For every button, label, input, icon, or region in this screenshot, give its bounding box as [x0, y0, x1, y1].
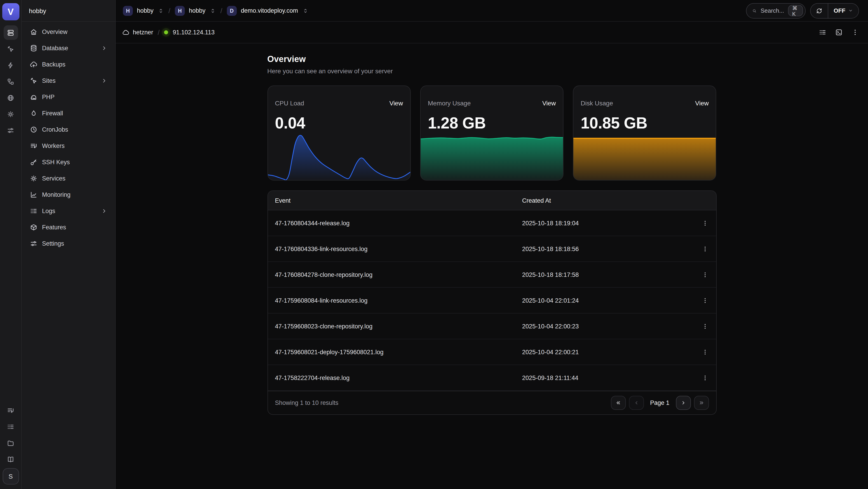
search-shortcut-badge: ⌘ K [788, 5, 803, 16]
row-actions-button[interactable] [698, 216, 712, 230]
breadcrumb-site[interactable]: D demo.vitodeploy.com [227, 6, 308, 16]
chart-icon [30, 191, 37, 198]
card-title: CPU Load [275, 99, 304, 107]
row-actions-button[interactable] [698, 319, 712, 333]
app-logo[interactable]: V [2, 3, 19, 20]
cloud-icon [122, 29, 129, 36]
row-actions-button[interactable] [698, 345, 712, 359]
rail-services-button[interactable] [3, 107, 18, 121]
sidebar-title: hobby [22, 0, 115, 22]
rail-files-button[interactable] [3, 436, 18, 450]
event-cell: 47-1760804278-clone-repository.log [268, 271, 522, 278]
previous-page-button[interactable] [629, 396, 644, 410]
user-avatar[interactable]: S [2, 468, 19, 485]
kebab-icon [702, 323, 709, 329]
created-at-cell: 2025-10-04 22:00:23 [522, 323, 694, 329]
breadcrumb-separator: / [158, 29, 159, 36]
disk-view-link[interactable]: View [695, 99, 709, 107]
breadcrumb-chip: H [175, 6, 185, 16]
table-row[interactable]: 47-1758222704-release.log 2025-09-18 21:… [268, 365, 716, 391]
sidebar-item-services[interactable]: Services [26, 171, 111, 185]
rail-nodes-button[interactable] [3, 74, 18, 89]
server-header: hetzner / 91.102.124.113 [116, 22, 868, 44]
rail-activity-button[interactable] [3, 58, 18, 73]
row-actions-button[interactable] [698, 294, 712, 307]
topbar: H hobby / H hobby / D demo.vitodeploy.co… [116, 0, 868, 22]
sidebar-item-workers[interactable]: Workers [26, 138, 111, 153]
sidebar-item-sites[interactable]: Sites [26, 73, 111, 88]
table-row[interactable]: 47-1760804336-link-resources.log 2025-10… [268, 236, 716, 262]
sidebar-item-backups[interactable]: Backups [26, 57, 111, 71]
sidebar-item-logs[interactable]: Logs [26, 204, 111, 218]
auto-refresh-dropdown[interactable]: OFF [828, 3, 859, 18]
row-actions-button[interactable] [698, 371, 712, 384]
row-actions-button[interactable] [698, 242, 712, 256]
sidebar-item-php[interactable]: PHP [26, 90, 111, 104]
home-icon [30, 28, 37, 35]
sidebar-item-firewall[interactable]: Firewall [26, 106, 111, 120]
topbar-right: Search... ⌘ K OFF [746, 3, 859, 18]
terminal-button[interactable] [835, 29, 843, 36]
rail-queue-button[interactable] [3, 403, 18, 418]
search-input[interactable]: Search... ⌘ K [746, 3, 806, 18]
table-row[interactable]: 47-1759608021-deploy-1759608021.log 2025… [268, 339, 716, 365]
chevron-right-icon [101, 78, 107, 83]
memory-usage-card: Memory Usage View 1.28 GB [420, 86, 564, 180]
sidebar-item-ssh-keys[interactable]: SSH Keys [26, 155, 111, 169]
sidebar-item-overview[interactable]: Overview [26, 24, 111, 39]
sidebar-item-label: Backups [42, 61, 65, 68]
disk-usage-card: Disk Usage View 10.85 GB [573, 86, 716, 180]
more-actions-button[interactable] [851, 29, 859, 36]
cube-icon [30, 223, 37, 231]
kebab-icon [702, 349, 709, 355]
breadcrumb-server[interactable]: H hobby [175, 6, 216, 16]
main-area: H hobby / H hobby / D demo.vitodeploy.co… [116, 0, 868, 489]
rail-sites-button[interactable] [3, 41, 18, 56]
rail-preferences-button[interactable] [3, 123, 18, 138]
log-list-button[interactable] [819, 29, 827, 36]
table-row[interactable]: 47-1759608023-clone-repository.log 2025-… [268, 314, 716, 339]
last-page-button[interactable] [694, 396, 709, 410]
sidebar-item-features[interactable]: Features [26, 220, 111, 234]
table-row[interactable]: 47-1759608084-link-resources.log 2025-10… [268, 288, 716, 314]
card-title: Memory Usage [428, 99, 471, 107]
rail-servers-button[interactable] [3, 25, 18, 40]
table-row[interactable]: 47-1760804344-release.log 2025-10-18 18:… [268, 210, 716, 236]
chevrons-right-icon [698, 400, 704, 406]
list-icon [819, 29, 827, 36]
row-actions-button[interactable] [698, 268, 712, 281]
list-icon [7, 423, 14, 430]
sidebar-item-label: SSH Keys [42, 159, 70, 165]
sidebar-item-label: Features [42, 224, 66, 230]
gear-icon [30, 174, 37, 182]
sidebar-item-cronjobs[interactable]: CronJobs [26, 122, 111, 137]
sidebar-item-database[interactable]: Database [26, 41, 111, 55]
globe-icon [7, 94, 14, 102]
results-summary: Showing 1 to 10 results [275, 399, 338, 406]
breadcrumb-separator: / [220, 7, 222, 15]
rail-network-button[interactable] [3, 90, 18, 105]
flame-icon [30, 109, 37, 117]
next-page-button[interactable] [676, 396, 691, 410]
disk-usage-value: 10.85 GB [574, 114, 716, 132]
refresh-button[interactable] [811, 3, 828, 18]
chevron-down-icon [848, 8, 853, 13]
memory-view-link[interactable]: View [542, 99, 556, 107]
rail-docs-button[interactable] [3, 452, 18, 466]
icon-rail: V [0, 0, 22, 489]
cpu-view-link[interactable]: View [389, 99, 403, 107]
database-icon [30, 44, 37, 52]
gear-icon [7, 110, 14, 118]
table-row[interactable]: 47-1760804278-clone-repository.log 2025-… [268, 262, 716, 288]
server-header-actions [819, 29, 859, 36]
sidebar-item-label: Logs [42, 207, 55, 214]
rail-logs-button[interactable] [3, 419, 18, 434]
sidebar-item-label: PHP [42, 93, 55, 100]
kebab-icon [702, 374, 709, 381]
created-at-cell: 2025-10-04 22:01:24 [522, 297, 694, 304]
first-page-button[interactable] [611, 396, 626, 410]
breadcrumb-project[interactable]: H hobby [123, 6, 164, 16]
sidebar-item-monitoring[interactable]: Monitoring [26, 187, 111, 202]
kebab-icon [702, 271, 709, 278]
sidebar-item-settings[interactable]: Settings [26, 236, 111, 251]
